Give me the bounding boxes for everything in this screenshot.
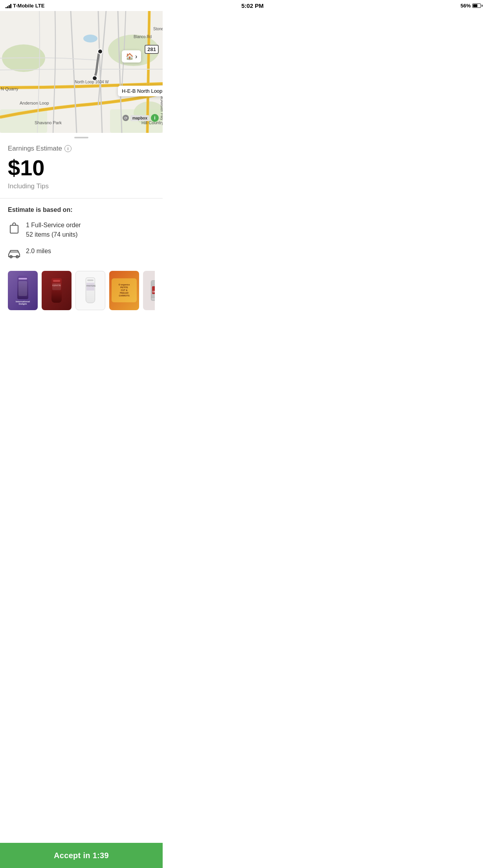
order-text: 1 Full-Service order 52 items (74 units)	[26, 221, 81, 239]
product-item-1: InternationalDelight	[8, 271, 38, 310]
miles-row: 2.0 miles	[8, 246, 155, 260]
drag-handle-bar	[74, 137, 88, 138]
status-bar: T-Mobile LTE 5:02 PM 56%	[0, 0, 163, 11]
home-arrow: ›	[135, 53, 137, 60]
home-popup[interactable]: 🏠 ›	[122, 50, 141, 63]
map-label-blanco: Blanco Rd	[134, 35, 152, 39]
product-item-3: PANTENE	[75, 271, 105, 310]
network-type: LTE	[35, 3, 45, 9]
map-label-mcallister: McAllister Fwy	[160, 95, 163, 120]
order-row: 1 Full-Service order 52 items (74 units)	[8, 221, 155, 239]
svg-rect-7	[10, 225, 18, 233]
content-area: Earnings Estimate i $10 Including Tips E…	[0, 138, 163, 322]
earnings-label-row: Earnings Estimate i	[8, 145, 155, 153]
products-strip: InternationalDelight KERATIN PANTENE	[8, 267, 155, 316]
earnings-label-text: Earnings Estimate	[8, 145, 62, 153]
product-item-5: OceanSprayCRANBERRY	[143, 271, 155, 310]
svg-point-6	[83, 35, 97, 42]
map-container[interactable]: N Quarry Anderson Loop North Loop 1604 W…	[0, 11, 163, 133]
divider	[0, 198, 163, 199]
home-icon: 🏠	[126, 53, 134, 60]
map-info-button[interactable]: i	[151, 114, 159, 122]
signal-bars	[6, 4, 11, 8]
product-item-4: O organicsPETITECUT &PEELEDCARROTS	[109, 271, 139, 310]
mapbox-text: mapbox	[130, 115, 149, 121]
mapbox-logo-icon: ⟳	[123, 115, 129, 121]
drag-handle[interactable]	[0, 133, 163, 138]
status-left: T-Mobile LTE	[6, 3, 44, 9]
map-label-nquarry: N Quarry	[1, 86, 18, 91]
map-label-shavano: Shavano Park	[35, 120, 62, 125]
store-popup[interactable]: H-E-B North Loop ›	[118, 86, 163, 96]
estimate-title: Estimate is based on:	[8, 206, 155, 213]
bottom-spacer	[0, 322, 163, 353]
map-label-stoneoak: Stone Oak Pl	[153, 27, 163, 31]
map-label-anderson1: Anderson Loop	[20, 101, 49, 105]
earnings-info-icon[interactable]: i	[64, 145, 72, 152]
car-icon	[8, 247, 20, 260]
earnings-amount: $10	[8, 156, 155, 180]
including-tips-label: Including Tips	[8, 182, 155, 190]
route-shield-281: 281	[145, 45, 159, 54]
store-name: H-E-B North Loop	[122, 88, 162, 94]
order-line2: 52 items (74 units)	[26, 230, 81, 239]
carrier-label: T-Mobile	[13, 3, 34, 9]
order-line1: 1 Full-Service order	[26, 221, 81, 230]
map-label-northloop: North Loop 1604 W	[75, 80, 109, 84]
mapbox-attribution: ⟳ mapbox i	[123, 114, 159, 122]
route-origin-dot	[97, 49, 103, 54]
product-item-2: KERATIN	[42, 271, 72, 310]
bag-icon	[8, 221, 20, 234]
miles-text: 2.0 miles	[26, 246, 51, 256]
